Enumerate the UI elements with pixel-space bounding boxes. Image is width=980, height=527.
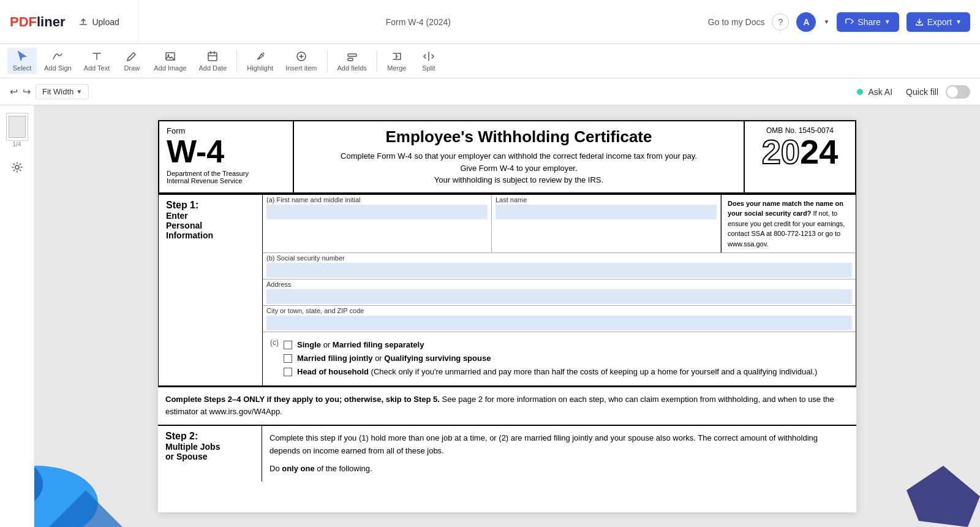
head-of-household-checkbox[interactable] (284, 368, 292, 376)
add-image-label: Add Image (154, 64, 186, 72)
undo-button[interactable]: ↩ (10, 86, 18, 97)
step2-text2-prefix: Do (270, 464, 282, 473)
settings-icon (11, 161, 23, 173)
info-section: Complete Steps 2–4 ONLY if they apply to… (158, 387, 856, 426)
insert-item-button[interactable]: Insert item (281, 48, 322, 74)
add-sign-button[interactable]: Add Sign (39, 48, 77, 74)
draw-icon (126, 50, 138, 63)
toolbar-divider-3 (377, 50, 377, 72)
ssn-label: (b) Social security number (266, 254, 852, 262)
ask-ai-button[interactable]: Ask AI (851, 85, 899, 99)
main-content: Form W-4 Department of the Treasury Inte… (34, 105, 980, 527)
document-title: Form W-4 (2024) (138, 17, 698, 27)
fit-width-label: Fit Width (42, 87, 74, 96)
add-image-button[interactable]: Add Image (149, 48, 191, 74)
merge-button[interactable]: Merge (382, 48, 412, 74)
export-dropdown-arrow[interactable]: ▼ (956, 18, 962, 25)
quick-fill-toggle[interactable] (946, 85, 970, 99)
fit-width-button[interactable]: Fit Width ▼ (36, 84, 89, 99)
single-checkbox[interactable] (284, 341, 292, 349)
page-thumbnail[interactable] (6, 113, 28, 141)
help-button[interactable]: ? (772, 13, 789, 31)
form-subtitle: Complete Form W-4 so that your employer … (306, 150, 731, 186)
ssn-row: (b) Social security number (263, 253, 856, 279)
field-row-1: (a) First name and middle initial Last n… (263, 195, 856, 254)
toolbar-divider-1 (236, 50, 237, 72)
step2-text2-rest: of the following. (315, 464, 372, 473)
logo-area: PDFliner Upload (0, 0, 138, 44)
city-input[interactable] (266, 316, 852, 330)
svg-rect-17 (348, 58, 353, 61)
draw-button[interactable]: Draw (117, 48, 146, 74)
add-date-label: Add Date (198, 64, 227, 72)
add-text-icon (91, 50, 103, 63)
married-jointly-checkbox[interactable] (284, 354, 292, 363)
highlight-icon (254, 50, 266, 63)
step2-content: Complete this step if you (1) hold more … (262, 426, 856, 481)
checkbox-row-3: Head of household (Check only if you're … (284, 366, 817, 377)
step1-number: Step 1: (166, 200, 255, 211)
merge-label: Merge (387, 64, 406, 72)
left-sidebar: 1/4 (0, 105, 34, 527)
pdf-document: Form W-4 Department of the Treasury Inte… (158, 120, 856, 512)
share-icon (845, 18, 854, 26)
split-button[interactable]: Split (414, 48, 443, 74)
split-label: Split (422, 64, 435, 72)
last-name-input[interactable] (496, 205, 717, 219)
add-text-label: Add Text (84, 64, 110, 72)
first-name-cell: (a) First name and middle initial (263, 195, 492, 253)
toolbar: Select Add Sign Add Text Draw Add Image … (0, 44, 980, 78)
step2-name-bold2: or Spouse (165, 452, 254, 461)
step2-number: Step 2: (165, 431, 254, 442)
toolbar-divider-2 (327, 50, 328, 72)
head-of-household-text: Head of household (Check only if you're … (297, 366, 817, 377)
ssn-input[interactable] (266, 263, 852, 278)
dept-line1: Department of the Treasury (167, 170, 285, 177)
ai-dot (857, 89, 863, 95)
step2-text1: Complete this step if you (1) hold more … (270, 432, 849, 458)
settings-icon-button[interactable] (5, 155, 29, 180)
first-name-input[interactable] (266, 205, 488, 219)
address-row: Address (263, 279, 856, 306)
married-jointly-text: Married filing jointly or Qualifying sur… (297, 353, 491, 364)
topbar: PDFliner Upload Form W-4 (2024) Go to my… (0, 0, 980, 44)
avatar-button[interactable]: A (796, 12, 816, 32)
step1-name: Enter Personal Information (166, 211, 255, 240)
share-label: Share (858, 17, 880, 27)
upload-button[interactable]: Upload (70, 13, 127, 31)
address-input[interactable] (266, 289, 852, 304)
step1-fields: (a) First name and middle initial Last n… (263, 195, 856, 385)
ask-ai-label: Ask AI (868, 87, 892, 97)
step2-row: Step 2: Multiple Jobs or Spouse Complete… (158, 426, 856, 481)
export-button[interactable]: Export ▼ (907, 12, 970, 32)
secondary-right-actions: Ask AI Quick fill (851, 85, 970, 99)
address-label: Address (266, 281, 852, 288)
checkbox-row-1: Single or Married filing separately (284, 339, 817, 351)
dept-line2: Internal Revenue Service (167, 177, 285, 184)
highlight-button[interactable]: Highlight (242, 48, 278, 74)
avatar-dropdown-arrow[interactable]: ▼ (823, 18, 829, 25)
step1-row: Step 1: Enter Personal Information (a) F… (159, 195, 856, 386)
step1-section: Step 1: Enter Personal Information (a) F… (158, 194, 856, 387)
redo-button[interactable]: ↪ (23, 86, 31, 97)
w4-center-header: Employee's Withholding Certificate Compl… (294, 121, 745, 192)
add-date-button[interactable]: Add Date (194, 48, 232, 74)
step2-name-bold: Multiple Jobs (165, 442, 254, 452)
add-text-button[interactable]: Add Text (79, 48, 115, 74)
add-fields-label: Add fields (337, 64, 367, 72)
add-fields-button[interactable]: Add fields (333, 48, 372, 74)
w4-right-header: OMB No. 1545-0074 2024 (745, 121, 855, 192)
logo-pdf: PDF (10, 14, 37, 29)
subtitle-line3: Your withholding is subject to review by… (306, 174, 731, 186)
city-cell: City or town, state, and ZIP code (263, 306, 856, 332)
page-number: 1/4 (6, 141, 28, 148)
goto-docs-button[interactable]: Go to my Docs (708, 17, 765, 27)
svg-point-18 (15, 165, 19, 169)
share-button[interactable]: Share ▼ (837, 12, 899, 32)
share-dropdown-arrow[interactable]: ▼ (884, 18, 891, 25)
w4-left-header: Form W-4 Department of the Treasury Inte… (159, 121, 294, 192)
info-bold: Complete Steps 2–4 ONLY if they apply to… (165, 395, 440, 404)
fit-width-arrow: ▼ (76, 88, 82, 95)
svg-rect-16 (348, 54, 356, 56)
select-tool-button[interactable]: Select (7, 48, 37, 74)
